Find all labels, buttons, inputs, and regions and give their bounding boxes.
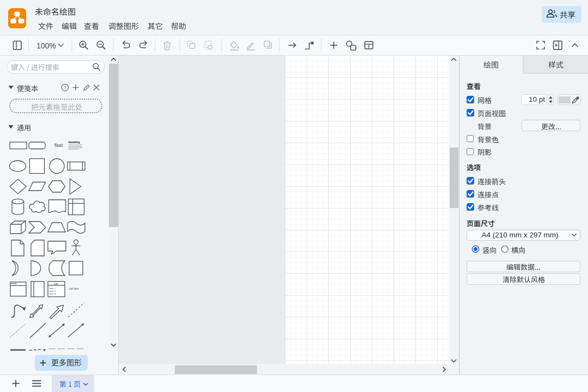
svg-text:List: List bbox=[54, 283, 58, 285]
svg-text:List Item: List Item bbox=[69, 287, 79, 290]
svg-text:Item 3: Item 3 bbox=[49, 292, 56, 295]
svg-text:Heading: Heading bbox=[69, 140, 80, 144]
svg-text:Text: Text bbox=[54, 143, 63, 148]
